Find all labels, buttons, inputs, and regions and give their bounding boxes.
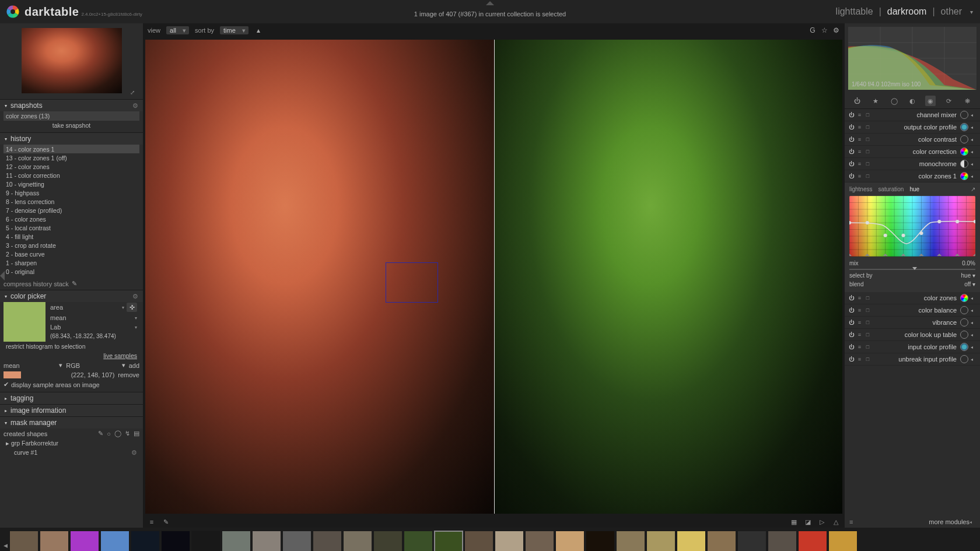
compress-history-button[interactable]: compress history stack [4,280,72,287]
module-group-tone-icon[interactable]: ◐ [907,96,918,106]
filmstrip-thumb[interactable] [828,531,858,551]
chevron-left-icon[interactable]: ◂ [971,149,977,155]
history-item[interactable]: 2 - base curve [4,250,139,258]
mask-group[interactable]: ▸ grp Farbkorrektur [4,438,139,448]
filmstrip-thumb[interactable] [9,531,38,551]
module-group-active-icon[interactable]: ⏻ [852,96,863,106]
gear-icon[interactable]: ⚙ [132,102,138,110]
color-picker-header[interactable]: ▾ color picker ⚙ [0,290,143,302]
gear-icon[interactable]: ⚙ [131,449,137,457]
history-item[interactable]: 13 - color zones 1 (off) [4,153,139,162]
module-power-icon[interactable]: ⏻ [848,307,855,314]
module-power-icon[interactable]: ⏻ [848,356,855,363]
cz-tab-saturation[interactable]: saturation [878,186,904,192]
image-info-header[interactable]: ▸image information [0,405,143,416]
cz-tab-lightness[interactable]: lightness [849,186,872,192]
module-multi-instance-icon[interactable]: ≡ [856,149,863,155]
module-group-color-icon[interactable]: ◉ [925,96,936,106]
cz-tab-hue[interactable]: hue [909,186,919,192]
module-power-icon[interactable]: ⏻ [848,173,855,180]
filmstrip[interactable]: ◂ [0,528,980,551]
module-multi-instance-icon[interactable]: ≡ [856,344,863,350]
circle-icon[interactable]: ○ [107,430,111,437]
filmstrip-thumb[interactable] [495,531,524,551]
module-reset-icon[interactable]: □ [864,112,871,118]
brush-icon[interactable]: ✎ [98,430,103,437]
history-item[interactable]: 9 - highpass [4,188,139,197]
color-zones-graph[interactable] [849,196,975,257]
path-icon[interactable]: ↯ [125,430,130,437]
filmstrip-thumb[interactable] [222,531,251,551]
filmstrip-thumb[interactable] [798,531,827,551]
history-item[interactable]: 12 - color zones [4,162,139,171]
view-filter-select[interactable]: all [166,26,189,34]
filmstrip-thumb[interactable] [434,531,463,551]
histogram[interactable]: 1/640 f/4.0 102mm iso 100 [848,27,977,90]
filmstrip-thumb[interactable] [616,531,645,551]
overexposed-icon[interactable]: ◪ [804,518,812,526]
filmstrip-thumb[interactable] [343,531,372,551]
history-item[interactable]: 3 - crop and rotate [4,241,139,250]
filmstrip-thumb[interactable] [131,531,160,551]
filmstrip-thumb[interactable] [404,531,433,551]
module-reset-icon[interactable]: □ [864,320,871,326]
module-power-icon[interactable]: ⏻ [848,161,855,167]
module-group-correct-icon[interactable]: ⟳ [944,96,954,106]
module-multi-instance-icon[interactable]: ≡ [856,307,863,314]
select-by-select[interactable]: hue ▾ [961,272,975,279]
checkbox-checked-icon[interactable]: ✔ [4,381,9,388]
history-header[interactable]: ▾ history [0,133,143,145]
grouping-icon[interactable]: G [808,26,817,34]
module-reset-icon[interactable]: □ [864,356,871,363]
chevron-left-icon[interactable]: ◂ [971,174,977,179]
add-sample-button[interactable]: add [129,362,139,369]
module-reset-icon[interactable]: □ [864,124,871,131]
module-multi-instance-icon[interactable]: ≡ [856,295,863,301]
module-power-icon[interactable]: ⏻ [848,124,855,131]
sample-model-select[interactable]: RGB▾ [66,362,125,369]
history-item[interactable]: 6 - color zones [4,215,139,223]
module-channel-mixer[interactable]: ⏻ ≡ □ channel mixer ◂ [845,109,980,121]
chevron-left-icon[interactable]: ◂ [971,308,977,313]
filmstrip-thumb[interactable] [373,531,402,551]
module-multi-instance-icon[interactable]: ≡ [856,136,863,143]
module-input-color-profile[interactable]: ⏻ ≡ □ input color profile ◂ [845,341,980,353]
module-reset-icon[interactable]: □ [864,295,871,301]
mix-slider-handle[interactable] [912,267,917,270]
module-output-color-profile[interactable]: ⏻ ≡ □ output color profile ◂ [845,121,980,134]
blend-select[interactable]: off ▾ [964,281,975,287]
softproof-icon[interactable]: ▷ [818,518,826,526]
more-modules-button[interactable]: ≡ more modules ◂ [845,516,980,528]
history-item[interactable]: 0 - original [4,267,139,276]
filmstrip-thumb[interactable] [707,531,736,551]
module-multi-instance-icon[interactable]: ≡ [856,173,863,180]
styles-icon[interactable]: ✎ [162,518,170,526]
module-group-effect-icon[interactable]: ❋ [962,96,972,106]
tagging-header[interactable]: ▸tagging [0,392,143,404]
module-reset-icon[interactable]: □ [864,344,871,350]
view-other[interactable]: other [941,6,962,17]
module-multi-instance-icon[interactable]: ≡ [856,161,863,167]
take-snapshot-button[interactable]: take snapshot [4,121,139,130]
module-color-look-up-table[interactable]: ⏻ ≡ □ color look up table ◂ [845,329,980,341]
filmstrip-thumb[interactable] [737,531,766,551]
snapshot-entry[interactable]: color zones (13) [4,111,139,121]
filmstrip-thumb[interactable] [768,531,797,551]
styles-icon[interactable]: ✎ [72,280,140,287]
module-power-icon[interactable]: ⏻ [848,332,855,338]
module-color-balance[interactable]: ⏻ ≡ □ color balance ◂ [845,304,980,317]
module-reset-icon[interactable]: □ [864,136,871,143]
module-power-icon[interactable]: ⏻ [848,344,855,350]
chevron-left-icon[interactable]: ◂ [971,296,977,301]
filmstrip-thumb[interactable] [252,531,281,551]
history-item[interactable]: 7 - denoise (profiled) [4,206,139,215]
star-icon[interactable]: ☆ [820,26,828,34]
image-canvas[interactable] [145,40,842,514]
module-multi-instance-icon[interactable]: ≡ [856,356,863,363]
module-reset-icon[interactable]: □ [864,173,871,180]
filmstrip-thumb[interactable] [40,531,69,551]
chevron-left-icon[interactable]: ◂ [971,332,977,338]
preview-expand-icon[interactable]: ⤢ [130,89,135,96]
module-multi-instance-icon[interactable]: ≡ [856,320,863,326]
module-group-basic-icon[interactable]: ◯ [889,96,900,106]
